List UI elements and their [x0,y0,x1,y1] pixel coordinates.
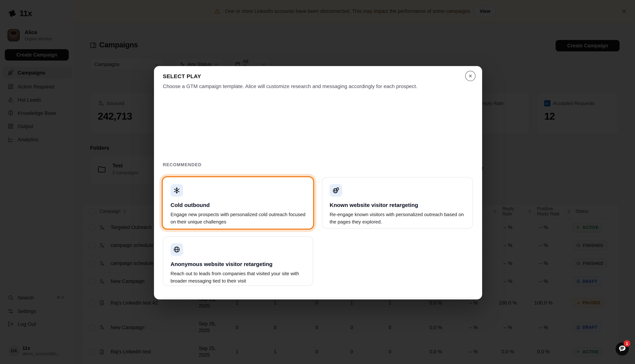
select-play-modal: SELECT PLAY Choose a GTM campaign templa… [154,66,482,300]
play-card-desc: Re-engage known visitors with personaliz… [330,211,466,226]
play-card-title: Anonymous website visitor retargeting [170,261,305,267]
play-card-desc: Engage new prospects with personalized c… [170,211,307,226]
play-card-known-visitor[interactable]: Known website visitor retargeting Re-eng… [322,177,473,228]
play-card-desc: Reach out to leads from companies that v… [170,270,307,285]
modal-close-button[interactable] [465,71,476,81]
modal-subtitle: Choose a GTM campaign template. Alice wi… [163,83,468,89]
play-card-anonymous-visitor[interactable]: Anonymous website visitor retargeting Re… [163,236,313,286]
close-icon [468,74,473,78]
notification-badge: 1 [623,340,630,347]
snowflake-icon [170,184,183,197]
modal-title: SELECT PLAY [163,73,201,79]
globe-lock-icon [330,184,342,197]
section-label-recommended: RECOMMENDED [163,162,201,167]
play-card-title: Known website visitor retargeting [330,202,465,208]
play-card-cold-outbound[interactable]: Cold outbound Engage new prospects with … [163,177,313,228]
globe-icon [170,243,183,256]
divider [163,298,473,298]
chat-widget-button[interactable]: 1 [615,342,629,356]
play-card-title: Cold outbound [170,202,305,208]
app-root: 11x Alice Digital Worker Create Campaign… [0,0,635,364]
